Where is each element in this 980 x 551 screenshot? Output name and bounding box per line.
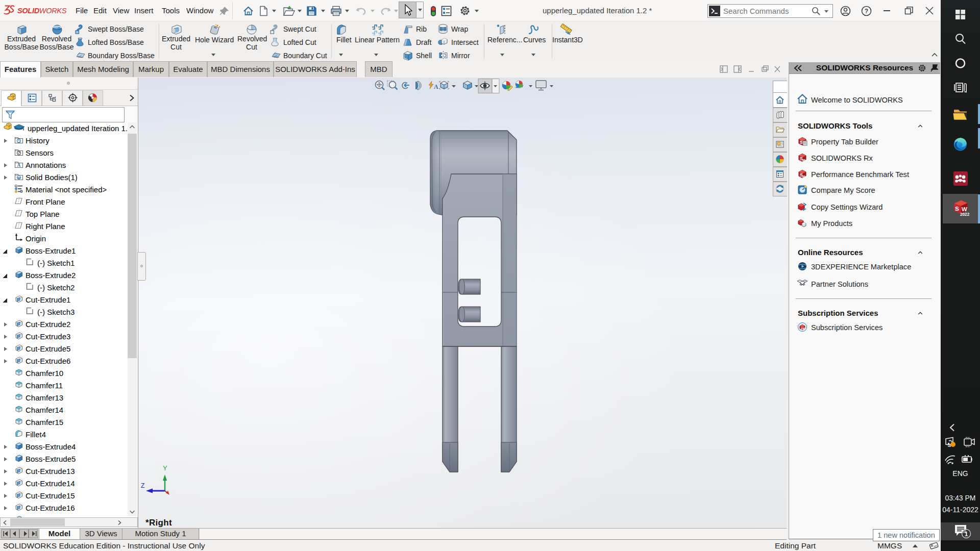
svg-text:S: S (955, 205, 959, 212)
svg-text:S: S (800, 140, 803, 145)
svg-text:SOLIDWORKS: SOLIDWORKS (17, 7, 67, 15)
svg-text:Rx: Rx (802, 158, 807, 163)
svg-text:Rx: Rx (802, 174, 807, 179)
svg-text:?: ? (865, 8, 868, 15)
svg-text:A: A (17, 163, 21, 168)
svg-text:SW: SW (801, 327, 806, 330)
svg-text:1: 1 (965, 531, 968, 538)
svg-text:2022: 2022 (960, 212, 970, 217)
svg-text:Z: Z (141, 482, 144, 489)
svg-text:Y: Y (163, 464, 167, 472)
